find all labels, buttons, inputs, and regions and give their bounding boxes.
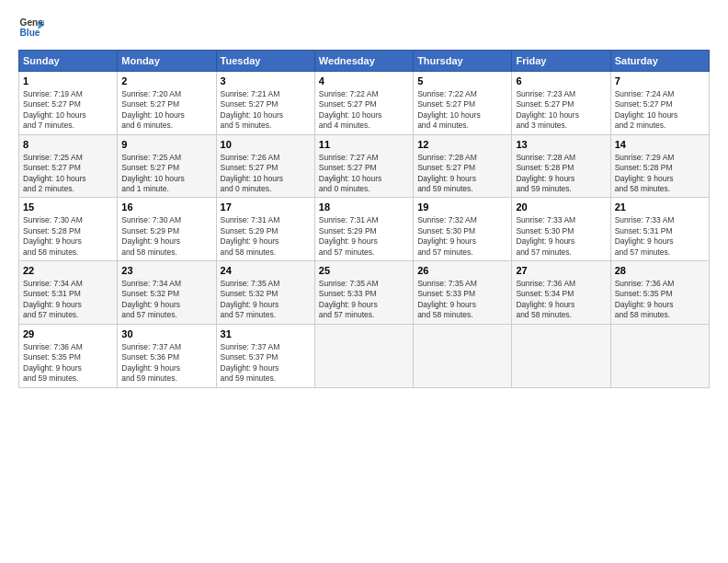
day-number: 4 — [319, 75, 409, 88]
day-number: 6 — [516, 75, 606, 88]
day-number: 5 — [417, 75, 507, 88]
day-cell: 16Sunrise: 7:30 AMSunset: 5:29 PMDayligh… — [118, 198, 216, 261]
day-info: Sunrise: 7:22 AMSunset: 5:27 PMDaylight:… — [319, 89, 409, 132]
day-cell: 22Sunrise: 7:34 AMSunset: 5:31 PMDayligh… — [19, 261, 118, 325]
day-number: 31 — [221, 327, 311, 341]
day-info: Sunrise: 7:33 AMSunset: 5:30 PMDaylight:… — [516, 215, 606, 258]
day-info: Sunrise: 7:31 AMSunset: 5:29 PMDaylight:… — [221, 215, 311, 258]
day-number: 16 — [121, 201, 211, 214]
day-cell: 3Sunrise: 7:21 AMSunset: 5:27 PMDaylight… — [216, 72, 314, 135]
day-number: 13 — [516, 138, 606, 152]
day-cell: 14Sunrise: 7:29 AMSunset: 5:28 PMDayligh… — [610, 134, 709, 198]
day-cell: 21Sunrise: 7:33 AMSunset: 5:31 PMDayligh… — [610, 198, 709, 261]
week-row-2: 8Sunrise: 7:25 AMSunset: 5:27 PMDaylight… — [19, 134, 710, 198]
day-number: 19 — [417, 201, 507, 214]
day-info: Sunrise: 7:29 AMSunset: 5:28 PMDaylight:… — [615, 153, 705, 195]
header-cell-saturday: Saturday — [610, 51, 709, 72]
day-number: 18 — [319, 201, 409, 214]
day-info: Sunrise: 7:24 AMSunset: 5:27 PMDaylight:… — [615, 89, 705, 132]
svg-text:Blue: Blue — [20, 28, 40, 38]
day-cell: 29Sunrise: 7:36 AMSunset: 5:35 PMDayligh… — [19, 324, 118, 387]
logo-icon: General Blue — [18, 15, 44, 40]
day-info: Sunrise: 7:27 AMSunset: 5:27 PMDaylight:… — [319, 153, 409, 195]
day-number: 8 — [23, 138, 113, 152]
day-number: 10 — [221, 138, 311, 152]
day-number: 28 — [615, 264, 705, 278]
day-cell: 6Sunrise: 7:23 AMSunset: 5:27 PMDaylight… — [512, 72, 610, 135]
day-info: Sunrise: 7:20 AMSunset: 5:27 PMDaylight:… — [121, 89, 211, 132]
day-info: Sunrise: 7:31 AMSunset: 5:29 PMDaylight:… — [319, 215, 409, 258]
week-row-1: 1Sunrise: 7:19 AMSunset: 5:27 PMDaylight… — [19, 72, 710, 135]
day-number: 26 — [417, 264, 507, 278]
week-row-4: 22Sunrise: 7:34 AMSunset: 5:31 PMDayligh… — [19, 261, 710, 325]
day-cell: 5Sunrise: 7:22 AMSunset: 5:27 PMDaylight… — [414, 72, 512, 135]
day-number: 12 — [417, 138, 507, 152]
day-cell: 23Sunrise: 7:34 AMSunset: 5:32 PMDayligh… — [118, 261, 216, 325]
day-cell: 27Sunrise: 7:36 AMSunset: 5:34 PMDayligh… — [512, 261, 610, 325]
day-cell: 2Sunrise: 7:20 AMSunset: 5:27 PMDaylight… — [118, 72, 216, 135]
day-number: 17 — [221, 201, 311, 214]
day-cell: 13Sunrise: 7:28 AMSunset: 5:28 PMDayligh… — [512, 134, 610, 198]
day-cell — [610, 324, 709, 387]
day-info: Sunrise: 7:34 AMSunset: 5:32 PMDaylight:… — [121, 279, 211, 321]
day-info: Sunrise: 7:36 AMSunset: 5:34 PMDaylight:… — [516, 279, 606, 321]
day-info: Sunrise: 7:33 AMSunset: 5:31 PMDaylight:… — [615, 215, 705, 258]
day-number: 24 — [221, 264, 311, 278]
day-cell: 24Sunrise: 7:35 AMSunset: 5:32 PMDayligh… — [216, 261, 314, 325]
day-cell: 31Sunrise: 7:37 AMSunset: 5:37 PMDayligh… — [216, 324, 314, 387]
logo: General Blue — [18, 15, 44, 40]
day-cell: 17Sunrise: 7:31 AMSunset: 5:29 PMDayligh… — [216, 198, 314, 261]
day-number: 1 — [23, 75, 113, 88]
header-row: SundayMondayTuesdayWednesdayThursdayFrid… — [19, 51, 710, 72]
day-info: Sunrise: 7:30 AMSunset: 5:29 PMDaylight:… — [121, 215, 211, 258]
day-info: Sunrise: 7:21 AMSunset: 5:27 PMDaylight:… — [221, 89, 311, 132]
day-info: Sunrise: 7:28 AMSunset: 5:28 PMDaylight:… — [516, 153, 606, 195]
day-cell: 19Sunrise: 7:32 AMSunset: 5:30 PMDayligh… — [414, 198, 512, 261]
day-cell — [512, 324, 610, 387]
day-number: 27 — [516, 264, 606, 278]
day-info: Sunrise: 7:23 AMSunset: 5:27 PMDaylight:… — [516, 89, 606, 132]
day-info: Sunrise: 7:35 AMSunset: 5:33 PMDaylight:… — [417, 279, 507, 321]
day-info: Sunrise: 7:19 AMSunset: 5:27 PMDaylight:… — [23, 89, 113, 132]
header-cell-friday: Friday — [512, 51, 610, 72]
header-cell-sunday: Sunday — [19, 51, 118, 72]
calendar-table: SundayMondayTuesdayWednesdayThursdayFrid… — [18, 50, 710, 388]
day-info: Sunrise: 7:35 AMSunset: 5:32 PMDaylight:… — [221, 279, 311, 321]
day-number: 23 — [121, 264, 211, 278]
week-row-5: 29Sunrise: 7:36 AMSunset: 5:35 PMDayligh… — [19, 324, 710, 387]
day-info: Sunrise: 7:36 AMSunset: 5:35 PMDaylight:… — [615, 279, 705, 321]
day-number: 7 — [615, 75, 705, 88]
day-cell: 20Sunrise: 7:33 AMSunset: 5:30 PMDayligh… — [512, 198, 610, 261]
day-number: 3 — [221, 75, 311, 88]
day-info: Sunrise: 7:37 AMSunset: 5:37 PMDaylight:… — [221, 342, 311, 385]
day-number: 9 — [121, 138, 211, 152]
day-cell: 11Sunrise: 7:27 AMSunset: 5:27 PMDayligh… — [314, 134, 413, 198]
day-cell: 25Sunrise: 7:35 AMSunset: 5:33 PMDayligh… — [314, 261, 413, 325]
day-number: 22 — [23, 264, 113, 278]
day-number: 2 — [121, 75, 211, 88]
day-cell: 26Sunrise: 7:35 AMSunset: 5:33 PMDayligh… — [414, 261, 512, 325]
week-row-3: 15Sunrise: 7:30 AMSunset: 5:28 PMDayligh… — [19, 198, 710, 261]
day-info: Sunrise: 7:28 AMSunset: 5:27 PMDaylight:… — [417, 153, 507, 195]
day-info: Sunrise: 7:34 AMSunset: 5:31 PMDaylight:… — [23, 279, 113, 321]
day-cell: 30Sunrise: 7:37 AMSunset: 5:36 PMDayligh… — [118, 324, 216, 387]
header-cell-monday: Monday — [118, 51, 216, 72]
day-cell: 4Sunrise: 7:22 AMSunset: 5:27 PMDaylight… — [314, 72, 413, 135]
day-cell — [314, 324, 413, 387]
day-info: Sunrise: 7:37 AMSunset: 5:36 PMDaylight:… — [121, 342, 211, 385]
day-number: 14 — [615, 138, 705, 152]
header-cell-tuesday: Tuesday — [216, 51, 314, 72]
day-number: 20 — [516, 201, 606, 214]
day-cell: 28Sunrise: 7:36 AMSunset: 5:35 PMDayligh… — [610, 261, 709, 325]
day-info: Sunrise: 7:35 AMSunset: 5:33 PMDaylight:… — [319, 279, 409, 321]
day-cell: 7Sunrise: 7:24 AMSunset: 5:27 PMDaylight… — [610, 72, 709, 135]
day-number: 29 — [23, 327, 113, 341]
day-info: Sunrise: 7:32 AMSunset: 5:30 PMDaylight:… — [417, 215, 507, 258]
day-cell: 10Sunrise: 7:26 AMSunset: 5:27 PMDayligh… — [216, 134, 314, 198]
page-header: General Blue — [18, 15, 710, 40]
day-info: Sunrise: 7:26 AMSunset: 5:27 PMDaylight:… — [221, 153, 311, 195]
day-info: Sunrise: 7:25 AMSunset: 5:27 PMDaylight:… — [23, 153, 113, 195]
day-number: 15 — [23, 201, 113, 214]
day-cell: 8Sunrise: 7:25 AMSunset: 5:27 PMDaylight… — [19, 134, 118, 198]
day-number: 30 — [121, 327, 211, 341]
